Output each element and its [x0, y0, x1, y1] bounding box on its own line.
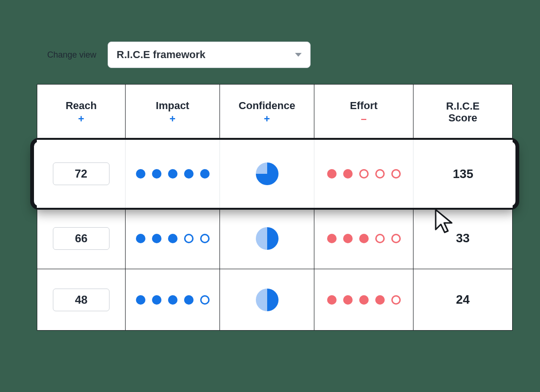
column-title: Reach: [66, 100, 97, 111]
column-header: Reach+: [37, 84, 126, 140]
effort-dot[interactable]: [375, 295, 385, 305]
effort-cell: [314, 208, 413, 269]
cursor-icon: [434, 209, 454, 235]
table-header-row: Reach+Impact+Confidence+Effort–R.I.C.E S…: [37, 84, 513, 140]
reach-cell: [37, 208, 126, 269]
effort-dot[interactable]: [327, 234, 337, 243]
effort-dot[interactable]: [343, 295, 353, 305]
score-value: 33: [456, 231, 470, 246]
effort-dot[interactable]: [375, 169, 385, 179]
impact-dot[interactable]: [152, 295, 161, 305]
impact-dot[interactable]: [168, 295, 177, 305]
plus-icon: +: [169, 114, 176, 124]
impact-dot[interactable]: [200, 169, 210, 179]
impact-cell: [126, 269, 220, 331]
impact-dot[interactable]: [168, 169, 177, 179]
effort-dots[interactable]: [327, 234, 401, 243]
effort-dot[interactable]: [375, 234, 385, 243]
impact-dot[interactable]: [184, 169, 194, 179]
confidence-cell: [220, 269, 314, 331]
impact-dot[interactable]: [136, 169, 145, 179]
rice-table: Reach+Impact+Confidence+Effort–R.I.C.E S…: [37, 84, 513, 331]
effort-dot[interactable]: [359, 169, 369, 179]
impact-dot[interactable]: [152, 169, 161, 179]
impact-dot[interactable]: [136, 234, 145, 243]
effort-dot[interactable]: [343, 169, 353, 179]
confidence-pie[interactable]: [256, 162, 278, 185]
impact-dot[interactable]: [200, 295, 210, 305]
reach-cell: [37, 269, 126, 331]
impact-dot[interactable]: [152, 234, 161, 243]
column-header: Effort–: [314, 84, 413, 140]
minus-icon: –: [361, 114, 366, 124]
confidence-cell: [220, 208, 314, 269]
plus-icon: +: [264, 114, 270, 124]
column-header: R.I.C.E Score: [413, 84, 513, 140]
column-title: R.I.C.E Score: [435, 100, 491, 124]
effort-dot[interactable]: [359, 234, 369, 243]
column-header: Impact+: [126, 84, 220, 140]
plus-icon: +: [78, 114, 84, 124]
reach-input[interactable]: [53, 289, 110, 311]
chevron-down-icon: [295, 53, 302, 57]
confidence-pie[interactable]: [256, 227, 278, 250]
effort-cell: [314, 269, 413, 331]
impact-dot[interactable]: [168, 234, 177, 243]
column-header: Confidence+: [220, 84, 314, 140]
table-row[interactable]: 135: [37, 140, 513, 208]
column-title: Confidence: [239, 100, 295, 111]
change-view-label: Change view: [47, 50, 96, 60]
effort-cell: [314, 140, 413, 208]
column-title: Impact: [156, 100, 189, 111]
view-select-value: R.I.C.E framework: [117, 49, 205, 61]
column-title: Effort: [350, 100, 378, 111]
score-value: 135: [453, 167, 473, 181]
effort-dot[interactable]: [327, 169, 337, 179]
score-cell: 24: [413, 269, 513, 331]
impact-dot[interactable]: [136, 295, 145, 305]
impact-dot[interactable]: [184, 295, 194, 305]
effort-dots[interactable]: [327, 169, 401, 179]
score-value: 24: [456, 292, 470, 307]
effort-dot[interactable]: [343, 234, 353, 243]
score-cell: 33: [413, 208, 513, 269]
confidence-cell: [220, 140, 314, 208]
reach-input[interactable]: [53, 227, 110, 250]
confidence-pie[interactable]: [256, 289, 278, 311]
effort-dot[interactable]: [391, 295, 401, 305]
effort-dot[interactable]: [391, 234, 401, 243]
effort-dots[interactable]: [327, 295, 401, 305]
impact-dot[interactable]: [184, 234, 194, 243]
effort-dot[interactable]: [359, 295, 369, 305]
impact-dots[interactable]: [136, 234, 210, 243]
score-cell: 135: [413, 140, 513, 208]
reach-cell: [37, 140, 126, 208]
effort-dot[interactable]: [391, 169, 401, 179]
impact-dot[interactable]: [200, 234, 210, 243]
impact-dots[interactable]: [136, 169, 210, 179]
impact-dots[interactable]: [136, 295, 210, 305]
table-row[interactable]: 24: [37, 269, 513, 331]
impact-cell: [126, 208, 220, 269]
reach-input[interactable]: [53, 162, 110, 185]
view-select[interactable]: R.I.C.E framework: [108, 42, 311, 68]
effort-dot[interactable]: [327, 295, 337, 305]
impact-cell: [126, 140, 220, 208]
